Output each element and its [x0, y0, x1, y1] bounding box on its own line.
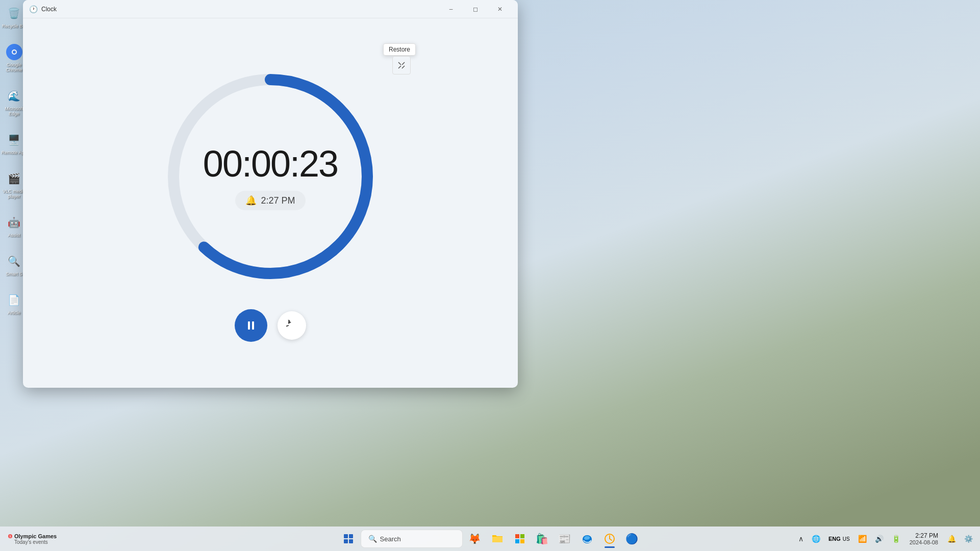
- pause-icon: [245, 320, 257, 331]
- clock-taskbar-icon: [605, 534, 615, 544]
- clock-date-display: 2024-08-08: [910, 539, 938, 545]
- taskbar-app-files[interactable]: [487, 529, 508, 549]
- network-icon: 🌐: [812, 535, 820, 543]
- close-button[interactable]: ✕: [488, 1, 512, 17]
- reset-button[interactable]: [278, 311, 306, 340]
- svg-point-2: [13, 51, 16, 54]
- timer-container: 00:00:23 🔔 2:27 PM: [158, 64, 383, 289]
- taskbar-center: 🔍 Search 🦊 🛍️ 📰 🔵: [338, 529, 642, 549]
- notif-header: 1 Olympic Games: [8, 533, 57, 539]
- svg-rect-13: [515, 534, 519, 538]
- timer-center: 00:00:23 🔔 2:27 PM: [203, 143, 338, 210]
- notif-badge: 1: [8, 534, 12, 538]
- system-extra[interactable]: ⚙️: [961, 533, 976, 545]
- alarm-bell-icon: 🔔: [245, 195, 257, 206]
- svg-rect-10: [344, 539, 348, 543]
- taskbar-clock[interactable]: 2:27 PM 2024-08-08: [906, 530, 942, 547]
- window-controls: – ◻ ✕: [439, 1, 512, 17]
- svg-rect-16: [520, 539, 524, 543]
- olympic-notification[interactable]: 1 Olympic Games Today's events: [4, 531, 61, 547]
- svg-rect-14: [520, 534, 524, 538]
- pause-button[interactable]: [235, 309, 267, 342]
- clock-app-icon: 🕐: [29, 5, 37, 13]
- edge-icon: 🌊: [6, 88, 22, 104]
- taskbar-app-store[interactable]: [510, 529, 530, 549]
- svg-rect-15: [515, 539, 519, 543]
- window-title: Clock: [41, 6, 439, 13]
- svg-rect-6: [252, 321, 254, 330]
- taskbar-app-extra[interactable]: 🔵: [622, 529, 642, 549]
- language-indicator[interactable]: ENG US: [825, 534, 853, 544]
- smart-label: Smart S: [6, 271, 22, 277]
- battery-tray[interactable]: 🔋: [889, 533, 903, 545]
- taskbar-app-clock[interactable]: [599, 529, 620, 549]
- remote-icon: 🖥️: [6, 132, 22, 148]
- system-icon: ⚙️: [964, 535, 973, 543]
- bell-icon: 🔔: [947, 535, 956, 543]
- taskbar-app-news[interactable]: 📰: [555, 529, 575, 549]
- clock-time-display: 2:27 PM: [915, 532, 938, 539]
- system-tray-icons[interactable]: ∧: [795, 533, 807, 545]
- network-tray[interactable]: 🌐: [809, 533, 823, 545]
- timer-controls: [235, 309, 306, 342]
- svg-rect-11: [349, 539, 353, 543]
- svg-rect-9: [349, 534, 353, 538]
- notif-title: Olympic Games: [14, 533, 57, 539]
- notif-subtitle: Today's events: [8, 539, 57, 545]
- reset-icon: [286, 320, 297, 331]
- restore-icon-button[interactable]: [392, 56, 411, 74]
- volume-tray[interactable]: 🔊: [872, 533, 887, 545]
- window-content: 00:00:23 🔔 2:27 PM: [23, 18, 518, 388]
- lang-bot-label: US: [843, 536, 850, 542]
- alarm-time-label: 2:27 PM: [261, 195, 295, 206]
- timer-display: 00:00:23: [203, 143, 338, 185]
- minimize-button[interactable]: –: [439, 1, 463, 17]
- alarm-badge: 🔔 2:27 PM: [235, 191, 305, 210]
- titlebar: 🕐 Clock – ◻ ✕: [23, 0, 518, 18]
- article-label: Article: [8, 310, 20, 315]
- chrome-icon: [6, 44, 22, 60]
- search-bar[interactable]: 🔍 Search: [361, 530, 463, 548]
- battery-icon: 🔋: [892, 535, 900, 543]
- start-icon: [343, 534, 354, 544]
- taskbar-app-edge[interactable]: [577, 529, 597, 549]
- svg-line-20: [610, 539, 612, 540]
- clock-window: 🕐 Clock – ◻ ✕ Restore 00:00:23: [23, 0, 518, 388]
- restore-tooltip: Restore: [383, 43, 416, 56]
- lang-top-label: ENG: [828, 536, 841, 542]
- volume-icon: 🔊: [875, 535, 884, 543]
- recycle-bin-icon: 🗑️: [6, 5, 22, 21]
- wifi-icon: 📶: [858, 535, 867, 543]
- svg-rect-12: [492, 537, 502, 542]
- assistant-icon: 🤖: [6, 214, 22, 231]
- taskbar: 1 Olympic Games Today's events 🔍 Search …: [0, 527, 980, 551]
- search-icon: 🔍: [368, 535, 377, 543]
- taskbar-app-fox[interactable]: 🦊: [465, 529, 485, 549]
- wifi-tray[interactable]: 📶: [855, 533, 870, 545]
- svg-rect-8: [344, 534, 348, 538]
- smart-icon: 🔍: [6, 253, 22, 269]
- taskbar-left: 1 Olympic Games Today's events: [4, 531, 61, 547]
- start-button[interactable]: [338, 529, 359, 549]
- taskbar-app-msstore[interactable]: 🛍️: [532, 529, 552, 549]
- chevron-up-icon: ∧: [798, 535, 803, 543]
- taskbar-right: ∧ 🌐 ENG US 📶 🔊 🔋 2:27 PM 2024-08-08 🔔 ⚙️: [795, 530, 976, 547]
- vlc-icon: 🎬: [6, 170, 22, 187]
- assistant-label: Assist: [8, 233, 20, 238]
- article-icon: 📄: [6, 292, 22, 308]
- notification-bell[interactable]: 🔔: [944, 533, 959, 545]
- search-label: Search: [380, 535, 401, 543]
- maximize-button[interactable]: ◻: [464, 1, 487, 17]
- svg-rect-5: [248, 321, 250, 330]
